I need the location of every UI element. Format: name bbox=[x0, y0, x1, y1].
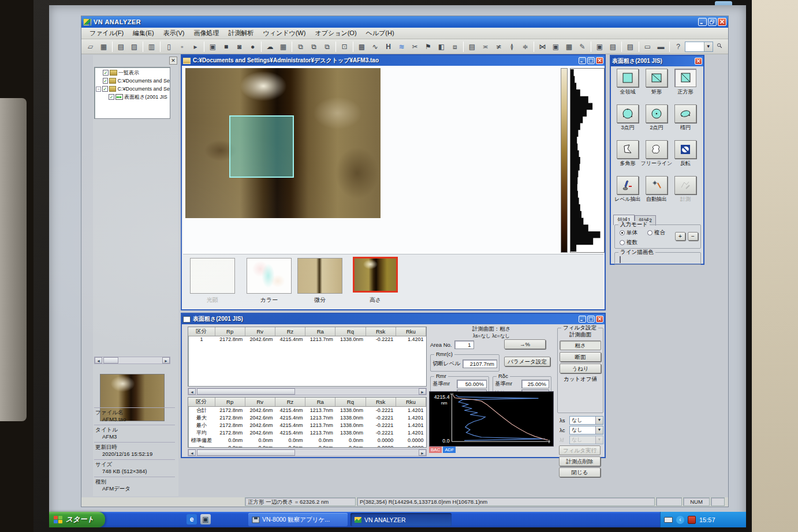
tool-ellipse[interactable]: 楕円 bbox=[671, 104, 700, 140]
cascade-1-icon[interactable]: ⧉ bbox=[294, 41, 307, 53]
tool-freeline[interactable]: フリーライン bbox=[642, 140, 671, 176]
radio-single[interactable]: 単体 bbox=[620, 229, 637, 237]
taskbar-item-vn8000[interactable]: VN-8000 観察アプリケ... bbox=[248, 513, 348, 526]
menu-window[interactable]: ウィンドウ(W) bbox=[258, 28, 310, 39]
combo-drop-icon[interactable]: ▼ bbox=[704, 42, 713, 51]
spline-icon[interactable]: ≋ bbox=[396, 41, 408, 53]
radio-multiple[interactable]: 複数 bbox=[620, 239, 637, 246]
table2-horizontal-scrollbar[interactable]: ◄ ► bbox=[188, 449, 427, 456]
tree-item-document-2[interactable]: − ✓ C:¥Documents and Se bbox=[95, 85, 170, 93]
selection-region[interactable] bbox=[229, 115, 294, 178]
doc-page-icon[interactable]: ▫ bbox=[176, 41, 188, 53]
keyboard-layout-icon[interactable] bbox=[664, 517, 673, 523]
column-header[interactable]: Rv bbox=[245, 327, 275, 336]
tree-horizontal-scrollbar[interactable]: ◄ ► bbox=[94, 357, 170, 364]
thumbnail-optical[interactable] bbox=[190, 258, 235, 294]
section-mode-button[interactable]: 断面 bbox=[560, 352, 601, 362]
clipboard-icon[interactable]: ▤ bbox=[466, 41, 478, 53]
close-dialog-button[interactable]: 閉じる bbox=[559, 467, 601, 477]
save-icon[interactable]: ▦ bbox=[98, 41, 110, 53]
film-strip-icon[interactable]: ▤ bbox=[607, 41, 619, 53]
menu-help[interactable]: ヘルプ(H) bbox=[361, 28, 399, 39]
tool-2point-circle[interactable]: 2点円 bbox=[642, 104, 671, 140]
parameter-settings-button[interactable]: パラメータ設定 bbox=[504, 357, 550, 366]
paste-icon[interactable]: ▨ bbox=[128, 41, 140, 53]
menu-edit[interactable]: 編集(E) bbox=[128, 28, 159, 39]
close-button[interactable] bbox=[596, 57, 603, 64]
radio-icon[interactable] bbox=[620, 240, 625, 245]
table-row[interactable]: 最大2172.8nm2042.6nm4215.4nm1213.7nm1338.0… bbox=[188, 414, 426, 422]
pencil-icon[interactable]: ✎ bbox=[576, 41, 588, 53]
thumbnail-color[interactable] bbox=[247, 258, 292, 294]
column-header[interactable]: Rsk bbox=[366, 327, 396, 336]
tool-rectangle[interactable]: 矩形 bbox=[642, 69, 671, 104]
tool-full-area[interactable]: 全領域 bbox=[613, 69, 642, 104]
cloud-icon[interactable]: ☁ bbox=[264, 41, 276, 53]
menu-file[interactable]: ファイル(F) bbox=[85, 28, 128, 39]
thumbnail-height[interactable] bbox=[353, 257, 398, 293]
delete-points-button[interactable]: 計測点削除 bbox=[559, 456, 601, 466]
afm-image[interactable] bbox=[185, 68, 381, 218]
scroll-left-icon[interactable]: ◄ bbox=[188, 388, 196, 395]
column-header[interactable]: Rq bbox=[335, 327, 366, 336]
tray-collapse-icon[interactable]: ‹ bbox=[676, 516, 684, 524]
base-mr-field[interactable]: 50.00% bbox=[457, 380, 487, 388]
radio-composite[interactable]: 複合 bbox=[647, 229, 665, 237]
menu-option[interactable]: オプション(O) bbox=[310, 28, 361, 39]
notepad-icon[interactable]: ▤ bbox=[624, 41, 636, 53]
tool-polygon[interactable]: 多角形 bbox=[613, 140, 642, 176]
checkbox-checked-icon[interactable]: ✓ bbox=[103, 78, 108, 84]
table1-horizontal-scrollbar[interactable]: ◄ ► bbox=[188, 388, 427, 395]
minimize-button[interactable] bbox=[579, 57, 586, 64]
scroll-right-icon[interactable]: ► bbox=[419, 388, 426, 395]
scrollbar-thumb[interactable] bbox=[197, 388, 295, 395]
checkbox-checked-icon[interactable]: ✓ bbox=[102, 86, 108, 92]
window-circle-icon[interactable]: ● bbox=[247, 41, 259, 53]
measure-3-icon[interactable]: ≬ bbox=[506, 41, 518, 53]
lambda-c-select[interactable]: なし▼ bbox=[569, 426, 603, 434]
monitor-view-icon[interactable]: ⊡ bbox=[338, 41, 350, 53]
roughness-mode-button[interactable]: 粗さ bbox=[560, 340, 601, 350]
tool-auto-extract[interactable]: 自動抽出 bbox=[642, 176, 671, 212]
measure-4-icon[interactable]: ≑ bbox=[519, 41, 531, 53]
column-header[interactable]: Rz bbox=[275, 327, 305, 336]
toolbar-combobox[interactable]: ▼ bbox=[685, 42, 713, 52]
knife-icon[interactable]: ✂ bbox=[409, 41, 421, 53]
radio-selected-icon[interactable] bbox=[620, 230, 625, 235]
column-header[interactable]: Rp bbox=[215, 398, 245, 406]
dropdown-icon[interactable]: ▼ bbox=[595, 426, 603, 434]
lambda-s-select[interactable]: なし▼ bbox=[569, 416, 603, 425]
show-desktop-icon[interactable]: ▣ bbox=[200, 514, 211, 524]
table-row[interactable]: 12172.8nm2042.6nm4215.4nm1213.7nm1338.0n… bbox=[188, 336, 426, 343]
scrollbar-thumb[interactable] bbox=[103, 357, 118, 364]
column-header[interactable]: Rsk bbox=[366, 398, 396, 406]
area-no-field[interactable]: 1 bbox=[454, 340, 474, 349]
minimize-button[interactable] bbox=[698, 18, 707, 26]
cascade-2-icon[interactable]: ⧉ bbox=[308, 41, 320, 53]
form-view-icon[interactable]: ▦ bbox=[563, 41, 575, 53]
tool-level-extract[interactable]: レベル抽出 bbox=[613, 176, 642, 212]
restore-button[interactable] bbox=[708, 18, 717, 26]
taskbar-item-vn-analyzer[interactable]: VN ANALYZER bbox=[350, 513, 452, 526]
table-row[interactable]: 合計2172.8nm2042.6nm4215.4nm1213.7nm1338.0… bbox=[188, 406, 426, 414]
table-row[interactable]: 標準偏差0.0nm0.0nm0.0nm0.0nm0.0nm0.00000.000… bbox=[188, 437, 426, 444]
maximize-button[interactable] bbox=[587, 57, 595, 64]
tree-item-roughness[interactable]: ✓ 表面粗さ(2001 JIS bbox=[95, 93, 170, 101]
remove-region-button[interactable]: − bbox=[688, 232, 698, 241]
measure-1-icon[interactable]: ≍ bbox=[479, 41, 491, 53]
picture-icon[interactable]: ▣ bbox=[594, 41, 606, 53]
start-button[interactable]: スタート bbox=[49, 512, 105, 527]
column-header[interactable]: Rv bbox=[245, 398, 275, 406]
tray-app-icon[interactable] bbox=[688, 516, 696, 524]
cascade-3-icon[interactable]: ⧉ bbox=[321, 41, 333, 53]
print-icon[interactable]: ▥ bbox=[146, 41, 158, 53]
measure-2-icon[interactable]: ≭ bbox=[493, 41, 505, 53]
scrollbar-thumb[interactable] bbox=[197, 449, 295, 456]
window-frame-icon[interactable]: ▣ bbox=[207, 41, 219, 53]
maximize-button[interactable] bbox=[587, 316, 595, 323]
image-frame-icon[interactable]: ▣ bbox=[550, 41, 562, 53]
scroll-right-icon[interactable]: ► bbox=[419, 449, 426, 456]
image-window-titlebar[interactable]: C:¥Documents and Settings¥Administrator¥… bbox=[182, 55, 605, 66]
thumbnail-differential[interactable] bbox=[297, 258, 342, 294]
flag-icon[interactable]: ⚑ bbox=[422, 41, 434, 53]
